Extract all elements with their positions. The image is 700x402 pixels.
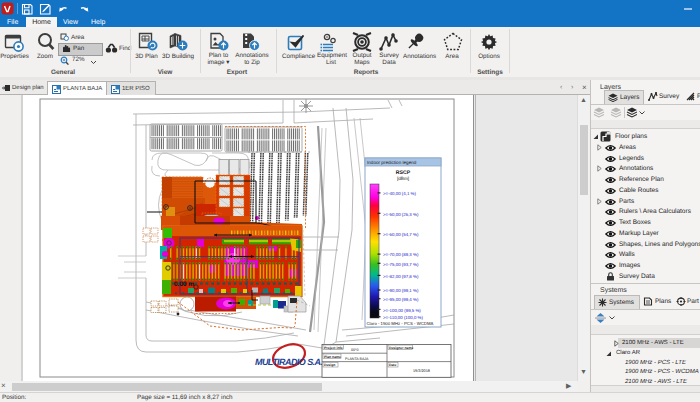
svg-text:Claro - 1900 MHz - PCS - WCDMA: Claro - 1900 MHz - PCS - WCDMA [367,321,434,326]
svg-text:>=-100,00 (99,5 %): >=-100,00 (99,5 %) [383,308,421,313]
svg-text:PLANTA BAJA: PLANTA BAJA [345,357,369,361]
svg-text:Date: Date [389,363,396,367]
svg-text:>=-95,00 (99,4 %): >=-95,00 (99,4 %) [383,297,419,302]
svg-text:Designer name: Designer name [389,346,413,350]
svg-text:>=-50,00 (26,3 %): >=-50,00 (26,3 %) [383,212,419,217]
svg-text:Project info: Project info [324,346,343,350]
svg-text:MULTIRADIO S.A.: MULTIRADIO S.A. [255,357,323,367]
svg-text:Indoor prediction legend: Indoor prediction legend [367,160,417,165]
svg-text:>=-75,00 (93,7 %): >=-75,00 (93,7 %) [383,262,419,267]
svg-text:00*0: 00*0 [351,348,358,352]
svg-text:Plan name: Plan name [324,355,341,359]
svg-text:[dBm]: [dBm] [397,176,409,181]
svg-text:>=-82,00 (97,8 %): >=-82,00 (97,8 %) [383,274,419,279]
svg-text:>=-90,00 (99,1 %): >=-90,00 (99,1 %) [383,288,419,293]
svg-text:0.00 m: 0.00 m [174,281,194,288]
svg-text:19/3/2018: 19/3/2018 [413,369,430,373]
svg-text:Design: Design [324,363,335,367]
svg-text:>=-110,00 (100,0 %): >=-110,00 (100,0 %) [383,315,423,320]
svg-text:>=-70,00 (89,3 %): >=-70,00 (89,3 %) [383,252,419,257]
svg-text:>=-60,00 (54,7 %): >=-60,00 (54,7 %) [383,232,419,237]
svg-text:>=-40,00 (4,1 %): >=-40,00 (4,1 %) [383,191,416,196]
